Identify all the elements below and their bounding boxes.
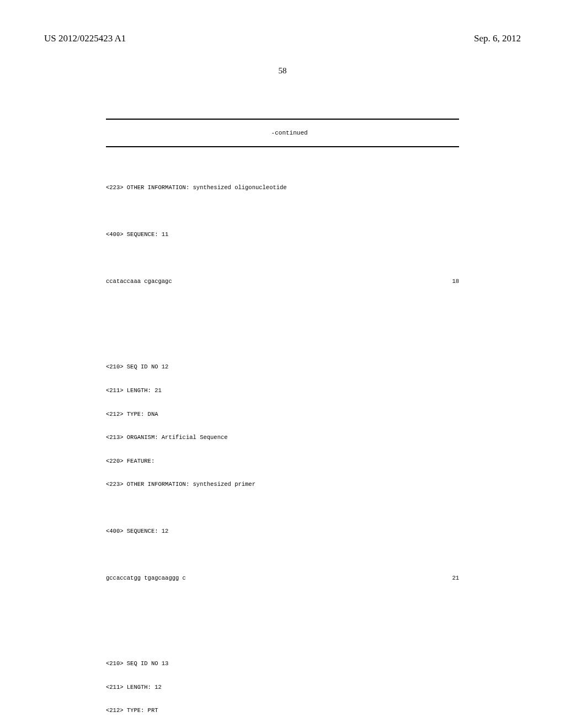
seq13-tag212: <212> TYPE: PRT — [106, 706, 459, 714]
page-number: 58 — [44, 66, 521, 76]
seq11-tag400: <400> SEQUENCE: 11 — [106, 231, 459, 238]
seq11-sequence-row: ccataccaaa cgacgagc 18 — [106, 277, 459, 285]
publication-number: US 2012/0225423 A1 — [44, 33, 126, 44]
seq11-tag223: <223> OTHER INFORMATION: synthesized oli… — [106, 184, 459, 191]
publication-date: Sep. 6, 2012 — [474, 33, 521, 44]
page-header: US 2012/0225423 A1 Sep. 6, 2012 — [44, 33, 521, 44]
seq13-tag210: <210> SEQ ID NO 13 — [106, 660, 459, 667]
seq12-tag213: <213> ORGANISM: Artificial Sequence — [106, 433, 459, 441]
seq12-sequence: gccaccatgg tgagcaaggg c — [106, 574, 186, 582]
seq12-tag223: <223> OTHER INFORMATION: synthesized pri… — [106, 480, 459, 488]
seq13-tag211: <211> LENGTH: 12 — [106, 683, 459, 691]
sequence-listing: -continued <223> OTHER INFORMATION: synt… — [106, 103, 459, 728]
seq12-sequence-row: gccaccatgg tgagcaaggg c 21 — [106, 574, 459, 582]
seq11-position: 18 — [426, 277, 459, 285]
seq12-tag210: <210> SEQ ID NO 12 — [106, 363, 459, 371]
continued-divider: -continued — [106, 119, 459, 147]
seq11-sequence: ccataccaaa cgacgagc — [106, 277, 172, 285]
continued-label: -continued — [271, 130, 308, 136]
seq12-position: 21 — [426, 574, 459, 582]
seq12-tag400: <400> SEQUENCE: 12 — [106, 527, 459, 535]
seq12-tag211: <211> LENGTH: 21 — [106, 387, 459, 394]
seq12-tag220: <220> FEATURE: — [106, 457, 459, 465]
seq12-tag212: <212> TYPE: DNA — [106, 410, 459, 418]
